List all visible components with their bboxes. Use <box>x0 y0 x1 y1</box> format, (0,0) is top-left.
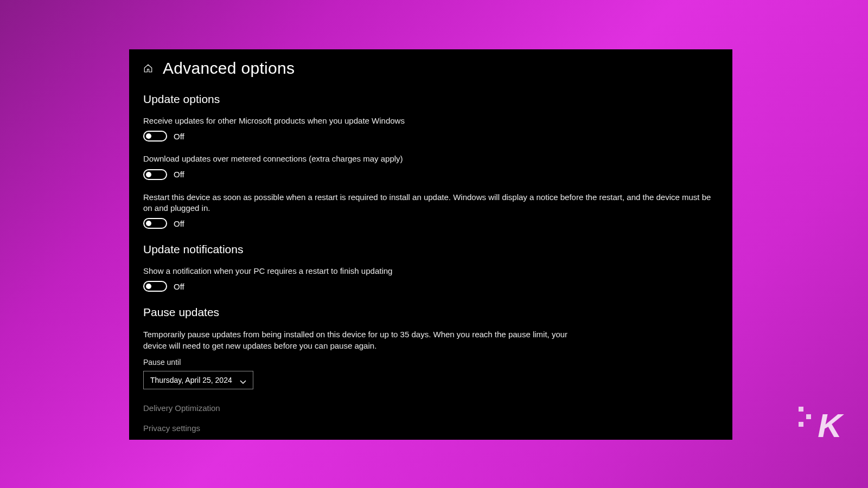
page-title: Advanced options <box>163 59 295 78</box>
toggle-knob <box>146 221 151 226</box>
option-label: Receive updates for other Microsoft prod… <box>143 115 718 126</box>
option-label: Show a notification when your PC require… <box>143 266 718 277</box>
page-header: Advanced options <box>143 59 718 78</box>
section-title: Update options <box>143 93 718 106</box>
pause-description: Temporarily pause updates from being ins… <box>143 329 572 351</box>
settings-window: Advanced options Update options Receive … <box>129 49 732 440</box>
section-title: Pause updates <box>143 306 718 319</box>
section-update-options: Update options Receive updates for other… <box>143 93 718 229</box>
link-delivery-optimization[interactable]: Delivery Optimization <box>143 403 718 413</box>
watermark-logo: K <box>818 406 841 445</box>
toggle-row-receive-updates: Off <box>143 131 718 142</box>
section-pause-updates: Pause updates Temporarily pause updates … <box>143 306 718 389</box>
option-label: Restart this device as soon as possible … <box>143 192 718 214</box>
pause-until-dropdown[interactable]: Thursday, April 25, 2024 <box>143 371 253 389</box>
toggle-row-restart: Off <box>143 218 718 229</box>
pause-until-label: Pause until <box>143 358 718 367</box>
toggle-state: Off <box>174 170 184 179</box>
section-update-notifications: Update notifications Show a notification… <box>143 243 718 292</box>
dropdown-value: Thursday, April 25, 2024 <box>150 376 232 384</box>
toggle-row-metered: Off <box>143 169 718 180</box>
toggle-row-notification: Off <box>143 281 718 292</box>
toggle-knob <box>146 172 151 177</box>
toggle-state: Off <box>174 282 184 291</box>
chevron-down-icon <box>240 377 246 383</box>
toggle-metered-connections[interactable] <box>143 169 167 180</box>
toggle-state: Off <box>174 132 184 141</box>
option-label: Download updates over metered connection… <box>143 153 718 164</box>
link-privacy-settings[interactable]: Privacy settings <box>143 423 718 433</box>
toggle-knob <box>146 284 151 289</box>
toggle-knob <box>146 133 151 139</box>
toggle-state: Off <box>174 219 184 228</box>
section-title: Update notifications <box>143 243 718 256</box>
toggle-receive-updates[interactable] <box>143 131 167 142</box>
home-icon[interactable] <box>143 63 153 73</box>
toggle-restart-notification[interactable] <box>143 281 167 292</box>
toggle-restart-device[interactable] <box>143 218 167 229</box>
